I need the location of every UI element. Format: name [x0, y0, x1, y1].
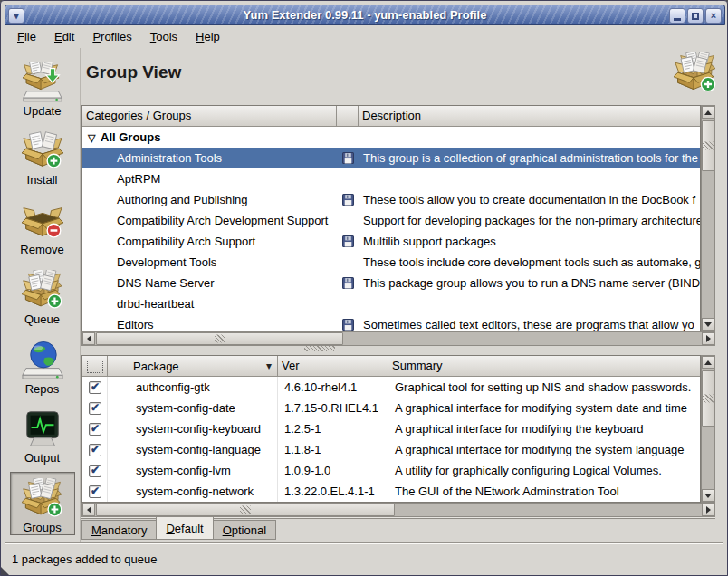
groups-table: Categories / Groups Description ▽All Gro…: [81, 105, 701, 331]
checkmark-icon: ✔: [91, 381, 100, 392]
group-row-dns-name-server[interactable]: DNS Name Server This package group allow…: [82, 273, 700, 293]
group-description: This group is a collection of graphical …: [359, 151, 700, 165]
package-checkbox[interactable]: ✔: [89, 485, 101, 498]
install-icon: [22, 130, 63, 172]
sidebar-item-install[interactable]: Install: [10, 125, 75, 188]
groups-table-body: ▽All Groups Administration Tools This gr…: [82, 127, 700, 331]
group-row-authoring-and-publishing[interactable]: Authoring and Publishing These tools all…: [82, 189, 700, 210]
scroll-right-button[interactable]: [702, 332, 714, 345]
package-row-system-config-language[interactable]: ✔ system-config-language 1.1.8-1 A graph…: [82, 439, 700, 460]
group-name: DNS Name Server: [82, 276, 337, 290]
maximize-icon: [692, 13, 699, 20]
column-header-categories[interactable]: Categories / Groups: [82, 106, 337, 127]
thumb-grip: [703, 142, 714, 150]
scrollbar-thumb[interactable]: [702, 120, 714, 171]
scrollbar-thumb[interactable]: [96, 504, 395, 516]
package-type-tabs: Mandatory Default Optional: [81, 519, 275, 542]
group-row-compat-arch-dev-support[interactable]: Compatibility Arch Development Support S…: [82, 210, 700, 231]
floppy-icon: [342, 319, 354, 331]
column-header-status[interactable]: [108, 356, 129, 377]
scrollbar-thumb[interactable]: [96, 332, 343, 345]
sidebar-item-output[interactable]: Output: [10, 403, 75, 466]
arrow-up-icon: [704, 360, 712, 365]
close-button[interactable]: ×: [705, 8, 722, 24]
package-row-authconfig-gtk[interactable]: ✔ authconfig-gtk 4.6.10-rhel4.1 Graphica…: [82, 377, 700, 398]
checkmark-icon: ✔: [91, 423, 100, 434]
titlebar[interactable]: ▾ Yum Extender 0.99.11 - yum-enabled Pro…: [5, 5, 725, 25]
group-row-drbd-heartbeat[interactable]: drbd-heartbeat: [82, 293, 700, 314]
group-description: This package group allows you to run a D…: [359, 276, 700, 290]
package-summary: Graphical tool for setting up NIS and sh…: [388, 380, 700, 394]
menu-profiles[interactable]: Profiles: [83, 27, 140, 46]
group-row-administration-tools[interactable]: Administration Tools This group is a col…: [82, 148, 700, 168]
menu-help[interactable]: Help: [187, 27, 229, 46]
packages-table: Package ▾ Ver Summary ✔ authconfig-gtk 4…: [81, 355, 701, 503]
group-name: Authoring and Publishing: [82, 193, 337, 206]
package-row-system-config-keyboard[interactable]: ✔ system-config-keyboard 1.2.5-1 A graph…: [82, 418, 700, 439]
package-name: system-config-language: [129, 443, 278, 456]
main-panel: Group View Categories / Groups Descripti…: [81, 48, 725, 542]
minimize-icon: [674, 18, 681, 21]
tab-optional[interactable]: Optional: [213, 520, 276, 540]
tab-default[interactable]: Default: [156, 517, 213, 540]
window-menu-button[interactable]: ▾: [8, 8, 24, 24]
scroll-down-button[interactable]: [702, 318, 714, 331]
groups-vertical-scrollbar[interactable]: [701, 105, 715, 331]
sidebar-item-groups[interactable]: Groups: [10, 472, 75, 535]
scroll-up-button[interactable]: [702, 106, 714, 119]
group-row-all-groups[interactable]: ▽All Groups: [82, 127, 700, 148]
package-row-system-config-network[interactable]: ✔ system-config-network 1.3.22.0.EL.4.1-…: [82, 481, 700, 502]
pane-splitter[interactable]: [81, 344, 725, 353]
floppy-icon: [342, 277, 354, 289]
arrow-right-icon: [706, 335, 711, 342]
sidebar-item-remove[interactable]: Remove: [10, 194, 75, 257]
scrollbar-thumb[interactable]: [702, 370, 714, 427]
group-row-editors[interactable]: Editors Sometimes called text editors, t…: [82, 314, 700, 331]
scroll-right-button[interactable]: [702, 504, 714, 516]
sidebar-item-queue[interactable]: Queue: [10, 264, 75, 327]
menu-file[interactable]: File: [8, 27, 45, 46]
scroll-up-button[interactable]: [702, 356, 714, 369]
update-icon: [22, 62, 63, 103]
package-checkbox[interactable]: ✔: [89, 444, 101, 456]
column-header-ver[interactable]: Ver: [278, 356, 388, 377]
package-checkbox[interactable]: ✔: [89, 381, 101, 394]
packages-vertical-scrollbar[interactable]: [701, 355, 715, 503]
package-name: authconfig-gtk: [129, 380, 278, 394]
group-name: Administration Tools: [82, 151, 337, 165]
maximize-button[interactable]: [687, 8, 704, 24]
package-row-system-config-lvm[interactable]: ✔ system-config-lvm 1.0.9-1.0 A utility …: [82, 460, 700, 481]
packages-horizontal-scrollbar[interactable]: [81, 503, 715, 517]
sidebar-label: Queue: [24, 312, 60, 326]
sidebar-label: Output: [24, 451, 60, 465]
app-window: ▾ Yum Extender 0.99.11 - yum-enabled Pro…: [0, 0, 728, 576]
package-checkbox[interactable]: ✔: [89, 423, 101, 436]
column-header-select[interactable]: [82, 356, 108, 377]
sidebar: Update Install Remove Queue: [5, 48, 81, 542]
group-name: Compatibility Arch Support: [82, 235, 337, 248]
group-row-development-tools[interactable]: Development Tools These tools include co…: [82, 252, 700, 273]
package-checkbox[interactable]: ✔: [89, 402, 101, 415]
expander-icon[interactable]: ▽: [88, 132, 101, 144]
column-header-icon[interactable]: [337, 106, 359, 127]
tab-mandatory[interactable]: Mandatory: [81, 520, 157, 540]
sidebar-item-update[interactable]: Update: [10, 55, 75, 119]
sidebar-item-repos[interactable]: Repos: [10, 333, 75, 397]
minimize-button[interactable]: [669, 8, 685, 24]
group-row-compat-arch-support[interactable]: Compatibility Arch Support Multilib supp…: [82, 231, 700, 252]
checkmark-icon: ✔: [91, 485, 100, 496]
scroll-down-button[interactable]: [702, 489, 714, 502]
group-row-aptrpm[interactable]: AptRPM: [82, 168, 700, 189]
statusbar: 1 packages added to queue: [5, 542, 723, 575]
column-header-package[interactable]: Package ▾: [129, 356, 278, 377]
package-row-system-config-date[interactable]: ✔ system-config-date 1.7.15-0.RHEL4.1 A …: [82, 398, 700, 418]
column-header-description[interactable]: Description: [359, 106, 700, 127]
scroll-left-button[interactable]: [82, 504, 95, 516]
menu-edit[interactable]: Edit: [45, 27, 83, 46]
scroll-left-button[interactable]: [82, 332, 95, 345]
column-header-summary[interactable]: Summary: [388, 356, 700, 377]
arrow-down-icon: [704, 322, 712, 327]
menu-tools[interactable]: Tools: [141, 27, 187, 46]
thumb-grip: [703, 395, 714, 403]
package-checkbox[interactable]: ✔: [89, 465, 101, 477]
